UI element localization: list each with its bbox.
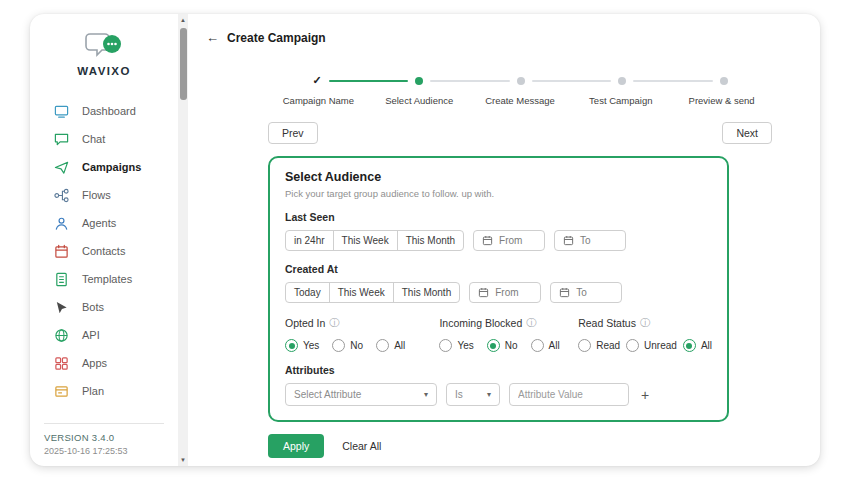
incoming-blocked-all-radio[interactable]: All <box>531 339 560 352</box>
apply-button[interactable]: Apply <box>268 434 324 458</box>
sidebar-item-campaigns[interactable]: Campaigns <box>30 153 178 181</box>
attribute-value-input[interactable] <box>509 383 629 406</box>
read-status-label: Read Status <box>578 317 636 329</box>
info-icon: ⓘ <box>329 316 339 330</box>
created-at-month-button[interactable]: This Month <box>394 283 459 302</box>
step-label-create-message[interactable]: Create Message <box>470 95 571 106</box>
calendar-icon <box>482 235 493 246</box>
sidebar-nav: Dashboard Chat Campaigns Flows Agents Co… <box>30 97 178 405</box>
scroll-up-icon[interactable]: ▲ <box>178 17 188 23</box>
step-upcoming-dot <box>517 77 525 85</box>
incoming-blocked-no-radio[interactable]: No <box>487 339 518 352</box>
stepper: ✓ Campaign Name Select Audience Create M… <box>268 75 772 106</box>
sidebar-item-templates[interactable]: Templates <box>30 265 178 293</box>
read-status-read-radio[interactable]: Read <box>578 339 620 352</box>
panel-title: Select Audience <box>285 170 712 184</box>
opted-in-yes-radio[interactable]: Yes <box>285 339 319 352</box>
read-status-all-radio[interactable]: All <box>683 339 712 352</box>
created-at-week-button[interactable]: This Week <box>330 283 394 302</box>
last-seen-from-input[interactable]: From <box>473 230 545 251</box>
filters-row: Opted In ⓘ Yes No All Incoming Blocked ⓘ <box>285 316 712 352</box>
attributes-label: Attributes <box>285 364 712 376</box>
step-label-test-campaign[interactable]: Test Campaign <box>570 95 671 106</box>
radio-label: No <box>505 340 518 351</box>
read-status-label-row: Read Status ⓘ <box>578 316 712 330</box>
version-text: VERSION 3.4.0 <box>44 432 164 443</box>
back-arrow-icon[interactable]: ← <box>206 30 219 45</box>
sidebar-item-label: Contacts <box>82 245 125 257</box>
sidebar-item-apps[interactable]: Apps <box>30 349 178 377</box>
step-label-preview-send[interactable]: Preview & send <box>671 95 772 106</box>
opted-in-label: Opted In <box>285 317 325 329</box>
created-at-to-input[interactable]: To <box>550 282 622 303</box>
next-button[interactable]: Next <box>722 122 772 144</box>
sidebar-item-bots[interactable]: Bots <box>30 293 178 321</box>
sidebar-item-plan[interactable]: Plan <box>30 377 178 405</box>
incoming-blocked-label-row: Incoming Blocked ⓘ <box>439 316 578 330</box>
step-label-select-audience[interactable]: Select Audience <box>369 95 470 106</box>
sidebar-item-label: Apps <box>82 357 107 369</box>
read-status-unread-radio[interactable]: Unread <box>626 339 677 352</box>
date-placeholder: From <box>495 287 518 298</box>
sidebar-item-label: Campaigns <box>82 161 141 173</box>
step-label-campaign-name[interactable]: Campaign Name <box>268 95 369 106</box>
radio-icon <box>626 339 639 352</box>
radio-icon <box>332 339 345 352</box>
scroll-down-icon[interactable]: ▼ <box>178 457 188 463</box>
stepper-labels: Campaign Name Select Audience Create Mes… <box>268 95 772 106</box>
step-navigation: Prev Next <box>268 122 772 144</box>
clear-all-button[interactable]: Clear All <box>342 440 381 452</box>
created-at-preset-group: Today This Week This Month <box>285 282 460 303</box>
radio-label: Yes <box>457 340 473 351</box>
bots-icon <box>54 300 69 315</box>
last-seen-to-input[interactable]: To <box>554 230 626 251</box>
sidebar-item-chat[interactable]: Chat <box>30 125 178 153</box>
sidebar-item-label: Chat <box>82 133 105 145</box>
step-upcoming-dot <box>618 77 626 85</box>
chat-bubbles-logo-icon <box>84 30 124 62</box>
panel-subtitle: Pick your target group audience to follo… <box>285 188 712 199</box>
content-inner: ✓ Campaign Name Select Audience Create M… <box>268 75 772 458</box>
add-attribute-button[interactable]: + <box>641 387 649 403</box>
last-seen-24hr-button[interactable]: in 24hr <box>286 231 334 250</box>
radio-icon <box>285 339 298 352</box>
operator-select[interactable]: Is ▾ <box>446 383 500 406</box>
sidebar-item-agents[interactable]: Agents <box>30 209 178 237</box>
sidebar-item-label: Agents <box>82 217 116 229</box>
radio-icon <box>683 339 696 352</box>
opted-in-all-radio[interactable]: All <box>376 339 405 352</box>
attribute-select[interactable]: Select Attribute ▾ <box>285 383 437 406</box>
incoming-blocked-yes-radio[interactable]: Yes <box>439 339 473 352</box>
opted-in-no-radio[interactable]: No <box>332 339 363 352</box>
brand-logo: WAVIXO <box>30 30 178 77</box>
sidebar-item-label: API <box>82 329 100 341</box>
created-at-from-input[interactable]: From <box>469 282 541 303</box>
sidebar-item-api[interactable]: API <box>30 321 178 349</box>
select-audience-panel: Select Audience Pick your target group a… <box>268 156 729 422</box>
incoming-blocked-group: Incoming Blocked ⓘ Yes No All <box>439 316 578 352</box>
sidebar-item-label: Bots <box>82 301 104 313</box>
flows-icon <box>54 188 69 203</box>
sidebar-item-flows[interactable]: Flows <box>30 181 178 209</box>
contacts-icon <box>54 244 69 259</box>
sidebar-item-dashboard[interactable]: Dashboard <box>30 97 178 125</box>
api-icon <box>54 328 69 343</box>
last-seen-week-button[interactable]: This Week <box>334 231 398 250</box>
created-at-controls: Today This Week This Month From To <box>285 282 712 303</box>
created-at-today-button[interactable]: Today <box>286 283 330 302</box>
agents-icon <box>54 216 69 231</box>
stepper-track: ✓ <box>268 75 772 86</box>
sidebar-item-contacts[interactable]: Contacts <box>30 237 178 265</box>
read-status-group: Read Status ⓘ Read Unread All <box>578 316 712 352</box>
radio-label: Read <box>596 340 620 351</box>
actions-row: Apply Clear All <box>268 434 772 458</box>
last-seen-month-button[interactable]: This Month <box>398 231 463 250</box>
calendar-icon <box>559 287 570 298</box>
sidebar-item-label: Dashboard <box>82 105 136 117</box>
prev-button[interactable]: Prev <box>268 122 318 144</box>
last-seen-controls: in 24hr This Week This Month From To <box>285 230 712 251</box>
incoming-blocked-label: Incoming Blocked <box>439 317 522 329</box>
sidebar-scrollbar[interactable]: ▲ ▼ <box>178 14 188 466</box>
scrollbar-thumb[interactable] <box>180 28 187 100</box>
info-icon: ⓘ <box>526 316 536 330</box>
